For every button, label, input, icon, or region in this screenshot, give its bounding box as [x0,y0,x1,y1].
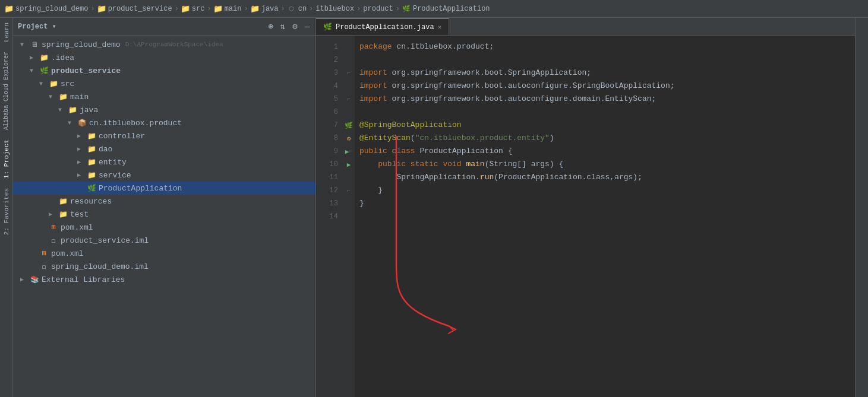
tree-icon-pom_xml_product: m [49,223,58,232]
line-num-5: 5 [316,93,343,106]
code-line-11: SpringApplication.run(ProductApplication… [359,171,855,184]
tree-item-main[interactable]: ▼📁main [13,90,315,103]
gutter-cell-4 [343,80,355,93]
code-line-7: @SpringBootApplication [359,119,855,132]
code-line-4: import org.springframework.boot.autoconf… [359,80,855,93]
tree-item-service[interactable]: ▶📁service [13,169,315,182]
gutter: ⌐⌐🌿⚙▶⌐▶⌐ [343,36,355,397]
tree-item-product_service[interactable]: ▼🌿product_service [13,64,315,77]
code-content[interactable]: package cn.itbluebox.product;import org.… [355,36,855,397]
tree-arrow-src: ▼ [39,81,46,87]
tree-item-resources[interactable]: 📁resources [13,195,315,208]
gutter-cell-9: ▶⌐ [343,145,355,158]
tree-label-src: src [61,80,74,88]
settings-icon[interactable]: ⚙ [291,20,298,33]
breadcrumb-java[interactable]: java [261,5,279,13]
breadcrumb-itbluebox[interactable]: itbluebox [315,5,354,13]
gutter-cell-3: ⌐ [343,66,355,80]
tree-item-product_service_iml[interactable]: ◻product_service.iml [13,234,315,247]
sidebar-tab-alibaba[interactable]: Alibaba Cloud Explorer [1,47,12,135]
tree-label-spring_cloud_demo: spring_cloud_demo [42,40,121,49]
tree-item-idea[interactable]: ▶📁.idea [13,51,315,64]
tree-label-test: test [70,210,89,219]
tree-item-controller[interactable]: ▶📁controller [13,129,315,142]
minimize-icon[interactable]: — [304,21,311,33]
tree-label-resources: resources [70,197,112,206]
tree-arrow-java: ▼ [58,107,65,113]
panel-controls: ⊕ ⇅ ⚙ — [267,20,311,33]
line-num-8: 8 [316,132,343,145]
line-num-4: 4 [316,80,343,93]
breadcrumb-spring-cloud-demo[interactable]: spring_cloud_demo [15,5,88,13]
tree-item-external_libraries[interactable]: ▶📚External Libraries [13,273,315,286]
left-sidebar-tabs: Learn Alibaba Cloud Explorer 1: Project … [0,18,13,397]
tree-label-entity: entity [99,158,127,167]
line-num-1: 1 [316,40,343,53]
tree-label-service: service [99,171,131,180]
tree-label-pom_xml_root: pom.xml [51,249,84,258]
locate-icon[interactable]: ⊕ [267,20,274,33]
tree-item-spring_cloud_demo_iml[interactable]: ◻spring_cloud_demo.iml [13,260,315,273]
tree-arrow-main: ▼ [49,94,56,100]
breadcrumb-product[interactable]: product [363,5,393,13]
tree-label-cn_itbluebox_product: cn.itbluebox.product [89,119,182,128]
breadcrumb-cn[interactable]: cn [298,5,307,13]
tree-item-src[interactable]: ▼📁src [13,77,315,90]
breadcrumb-main[interactable]: main [225,5,242,13]
tree-icon-idea: 📁 [39,53,49,62]
folder-icon-3: 📁 [181,5,190,13]
tree-item-java[interactable]: ▼📁java [13,103,315,116]
tree-label-dao: dao [99,145,112,154]
tree-label-ProductApplication: ProductApplication [99,184,182,193]
breadcrumb-product-application[interactable]: ProductApplication [413,5,490,13]
code-line-3: import org.springframework.boot.SpringAp… [359,66,855,80]
tree-icon-src: 📁 [49,79,58,88]
line-num-3: 3 [316,66,343,80]
tree-arrow-idea: ▶ [30,54,37,61]
panel-header: Project ▾ ⊕ ⇅ ⚙ — [13,18,315,36]
tree-label-controller: controller [99,132,145,141]
line-numbers: 1234567891011121314 [316,36,343,397]
layout-icon[interactable]: ⇅ [279,20,286,33]
sidebar-tab-learn[interactable]: Learn [1,18,12,47]
project-panel-title: Project ▾ [18,22,56,31]
gutter-cell-10: ▶ [343,158,355,171]
tree-item-pom_xml_product[interactable]: mpom.xml [13,221,315,234]
tree-icon-main: 📁 [58,92,68,101]
breadcrumb-src[interactable]: src [192,5,205,13]
tree-label-spring_cloud_demo_iml: spring_cloud_demo.iml [51,262,149,271]
gutter-cell-6 [343,106,355,119]
tree-item-dao[interactable]: ▶📁dao [13,142,315,155]
sidebar-tab-project[interactable]: 1: Project [1,135,12,183]
tree-icon-service: 📁 [87,170,96,180]
spring-icon: 🌿 [402,5,411,13]
line-num-9: 9 [316,145,343,158]
tree-arrow-service: ▶ [77,171,84,179]
code-line-12: } [359,184,855,197]
tree-item-cn_itbluebox_product[interactable]: ▼📦cn.itbluebox.product [13,116,315,129]
folder-icon-2: 📁 [97,5,106,13]
gutter-cell-5: ⌐ [343,93,355,106]
tree-label-idea: .idea [51,53,74,62]
code-line-2 [359,53,855,66]
code-line-5: import org.springframework.boot.autoconf… [359,93,855,106]
tree-item-ProductApplication[interactable]: 🌿ProductApplication [13,182,315,195]
editor-tab-product-application[interactable]: 🌿 ProductApplication.java ✕ [316,18,449,35]
gutter-cell-2 [343,53,355,66]
tree-item-entity[interactable]: ▶📁entity [13,155,315,169]
breadcrumb-product-service[interactable]: product_service [108,5,172,13]
code-editor: 1234567891011121314 ⌐⌐🌿⚙▶⌐▶⌐ package cn.… [316,36,855,397]
tab-close-btn[interactable]: ✕ [438,23,442,31]
code-line-13: } [359,197,855,210]
tree-arrow-product_service: ▼ [30,68,37,74]
tree-item-spring_cloud_demo[interactable]: ▼🖥spring_cloud_demoD:\AProgramWorkSpace\… [13,38,315,51]
tab-bar: 🌿 ProductApplication.java ✕ [316,18,855,36]
tree-item-pom_xml_root[interactable]: mpom.xml [13,247,315,260]
sidebar-tab-favorites[interactable]: 2: Favorites [1,183,12,240]
code-line-10: public static void main(String[] args) { [359,158,855,171]
tree-label-external_libraries: External Libraries [42,275,125,284]
tree-item-test[interactable]: ▶📁test [13,208,315,221]
tree-icon-java: 📁 [68,105,77,115]
tree-label-pom_xml_product: pom.xml [61,223,93,232]
gutter-cell-7: 🌿 [343,119,355,132]
